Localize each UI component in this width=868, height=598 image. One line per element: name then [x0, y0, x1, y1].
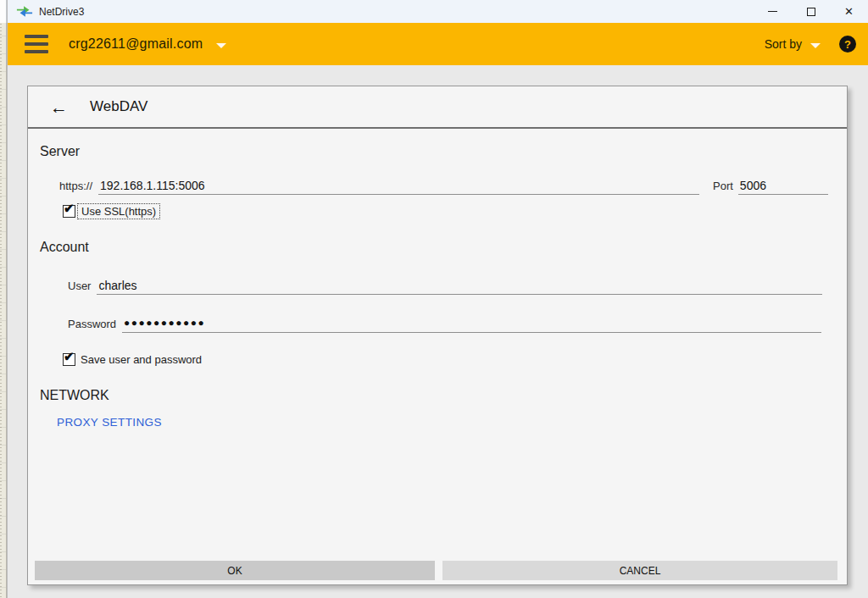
back-arrow-icon[interactable]: ←	[50, 98, 68, 116]
user-row: User	[68, 271, 822, 295]
proxy-settings-link[interactable]: PROXY SETTINGS	[57, 416, 162, 429]
panel-header: ← WebDAV	[28, 86, 847, 129]
user-label: User	[68, 280, 91, 295]
save-credentials-checkbox[interactable]: ✔	[63, 353, 75, 366]
save-credentials-checkbox-row[interactable]: ✔ Save user and password	[63, 353, 202, 366]
use-ssl-checkbox-row[interactable]: ✔ Use SSL(https)	[63, 204, 159, 219]
account-email[interactable]: crg22611@gmail.com	[69, 36, 203, 52]
save-credentials-label: Save user and password	[81, 353, 202, 366]
maximize-icon	[807, 8, 815, 16]
help-button[interactable]: ?	[839, 36, 856, 53]
protocol-label: https://	[59, 180, 92, 195]
minimize-icon	[768, 11, 777, 12]
help-icon: ?	[844, 38, 851, 51]
netdrive-window: NetDrive3 ✕ crg22611@gmail.com Sort by ?…	[7, 0, 868, 598]
port-input[interactable]	[738, 179, 828, 195]
cancel-button[interactable]: CANCEL	[442, 561, 837, 580]
panel-title: WebDAV	[90, 98, 147, 115]
server-address-row: https://	[59, 171, 699, 195]
password-input[interactable]	[122, 317, 821, 333]
use-ssl-checkbox[interactable]: ✔	[63, 205, 75, 218]
ok-button[interactable]: OK	[35, 561, 435, 580]
close-button[interactable]: ✕	[830, 0, 868, 23]
minimize-button[interactable]	[754, 0, 792, 23]
background-window-edge	[0, 0, 7, 598]
close-icon: ✕	[844, 6, 854, 17]
checkmark-icon: ✔	[64, 202, 75, 214]
app-title: NetDrive3	[39, 6, 84, 18]
account-chevron-down-icon[interactable]	[216, 43, 226, 48]
account-section-heading: Account	[40, 240, 89, 255]
server-section-heading: Server	[40, 144, 80, 159]
netdrive-logo-icon	[16, 4, 33, 19]
user-input[interactable]	[97, 279, 822, 295]
sort-by-label[interactable]: Sort by	[765, 37, 802, 51]
use-ssl-label: Use SSL(https)	[78, 204, 159, 219]
background-window-edge-top	[0, 0, 7, 23]
network-section-heading: NETWORK	[40, 388, 109, 403]
titlebar: NetDrive3 ✕	[8, 0, 868, 23]
server-address-input[interactable]	[98, 179, 699, 195]
maximize-button[interactable]	[792, 0, 830, 23]
password-row: Password	[68, 309, 821, 333]
password-label: Password	[68, 318, 116, 333]
checkmark-icon: ✔	[64, 350, 75, 363]
port-row: Port	[713, 171, 828, 195]
app-header: crg22611@gmail.com Sort by ?	[8, 23, 868, 65]
header-right: Sort by ?	[765, 36, 868, 53]
port-label: Port	[713, 180, 733, 195]
webdav-panel: ← WebDAV Server https:// Port ✔ Use SSL(…	[27, 86, 848, 585]
window-controls: ✕	[754, 0, 868, 23]
sort-by-chevron-down-icon[interactable]	[810, 43, 821, 48]
hamburger-menu-icon[interactable]	[25, 35, 48, 53]
